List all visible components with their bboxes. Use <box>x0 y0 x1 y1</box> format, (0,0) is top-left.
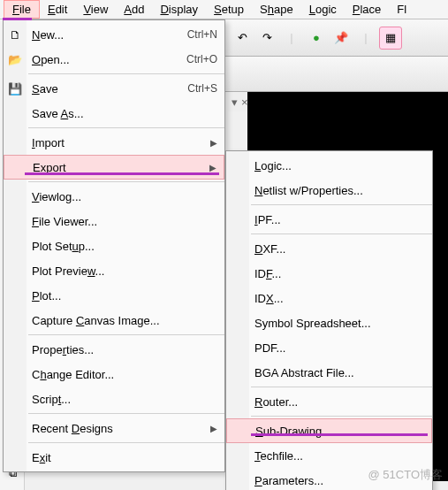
submenu-ipf[interactable]: IPF... <box>226 207 432 232</box>
undo-icon[interactable]: ↶ <box>231 27 254 50</box>
submenu-dxf[interactable]: DXF... <box>226 236 432 261</box>
tab-strip: ▾ × <box>228 92 248 111</box>
menu-item-properties[interactable]: Properties... <box>4 337 224 362</box>
shortcut-new: Ctrl+N <box>187 28 217 41</box>
submenu-symbol-spreadsheet[interactable]: Symbol Spreadsheet... <box>226 310 432 335</box>
submenu-arrow-icon: ▶ <box>209 163 216 172</box>
submenu-bga-abstract[interactable]: BGA Abstract File... <box>226 360 432 385</box>
menu-file[interactable]: File <box>4 0 40 19</box>
menu-item-plot-preview[interactable]: Plot Preview... <box>4 258 224 283</box>
accept-icon[interactable]: ● <box>305 27 328 50</box>
menu-edit[interactable]: Edit <box>40 1 75 18</box>
menu-item-new[interactable]: 🗋 New... Ctrl+N <box>4 22 224 47</box>
menubar: File Edit View Add Display Setup Shape L… <box>0 0 448 19</box>
submenu-arrow-icon: ▶ <box>210 138 217 148</box>
submenu-netlist[interactable]: Netlist w/Properties... <box>226 178 432 203</box>
menu-item-change-editor[interactable]: Change Editor... <box>4 362 224 387</box>
menu-place[interactable]: Place <box>345 1 390 18</box>
watermark: @ 51CTO博客 <box>368 467 443 483</box>
annotation-export <box>25 172 219 175</box>
shortcut-open: Ctrl+O <box>186 53 217 65</box>
submenu-techfile[interactable]: Techfile... <box>226 443 432 468</box>
menu-item-import[interactable]: Import ▶ <box>4 130 224 155</box>
menu-view[interactable]: View <box>75 1 116 18</box>
menu-item-plot[interactable]: Plot... <box>4 283 224 308</box>
menu-display[interactable]: Display <box>152 1 206 18</box>
export-submenu: Logic... Netlist w/Properties... IPF... … <box>225 150 433 490</box>
save-icon: 💾 <box>7 80 23 96</box>
menu-item-exit[interactable]: Exit <box>4 445 224 470</box>
new-icon: 🗋 <box>7 27 23 42</box>
toolbar-sep2: | <box>354 27 377 50</box>
menu-item-file-viewer[interactable]: File Viewer... <box>4 209 224 234</box>
menu-shape[interactable]: Shape <box>252 1 301 18</box>
menu-setup[interactable]: Setup <box>206 1 252 18</box>
submenu-sub-drawing[interactable]: Sub-Drawing <box>226 418 432 443</box>
shortcut-save: Ctrl+S <box>187 82 217 95</box>
submenu-pdf[interactable]: PDF... <box>226 335 432 360</box>
menu-item-viewlog[interactable]: Viewlog... <box>4 184 224 209</box>
file-dropdown-menu: 🗋 New... Ctrl+N 📂 Open... Ctrl+O 💾 Save … <box>3 19 225 472</box>
submenu-router[interactable]: Router... <box>226 389 432 414</box>
menu-item-script[interactable]: Script... <box>4 387 224 411</box>
menu-item-save[interactable]: 💾 Save Ctrl+S <box>4 76 224 101</box>
menu-add[interactable]: Add <box>116 1 152 18</box>
menu-item-save-as[interactable]: Save As... <box>4 101 224 126</box>
annotation-subdrawing <box>251 433 428 436</box>
tab-dropdown-icon[interactable]: ▾ <box>232 96 238 109</box>
menu-item-capture-canvas[interactable]: Capture Canvas Image... <box>4 308 224 333</box>
menu-item-recent-designs[interactable]: Recent Designs ▶ <box>4 416 224 440</box>
submenu-idf[interactable]: IDF... <box>226 261 432 286</box>
menu-fl[interactable]: Fl <box>389 1 414 18</box>
submenu-arrow-icon: ▶ <box>210 424 217 433</box>
submenu-idx[interactable]: IDX... <box>226 286 432 310</box>
menu-item-export[interactable]: Export ▶ <box>4 155 224 180</box>
menu-logic[interactable]: Logic <box>301 1 345 18</box>
open-icon: 📂 <box>7 51 23 67</box>
grid-toggle-icon[interactable]: ▦ <box>379 27 402 50</box>
toolbar-sep: | <box>280 27 303 50</box>
annotation-file <box>3 18 32 20</box>
menu-item-plot-setup[interactable]: Plot Setup... <box>4 234 224 258</box>
submenu-logic[interactable]: Logic... <box>226 153 432 178</box>
menu-item-open[interactable]: 📂 Open... Ctrl+O <box>4 47 224 72</box>
pin-icon[interactable]: 📌 <box>330 27 353 50</box>
redo-icon[interactable]: ↷ <box>255 27 278 50</box>
